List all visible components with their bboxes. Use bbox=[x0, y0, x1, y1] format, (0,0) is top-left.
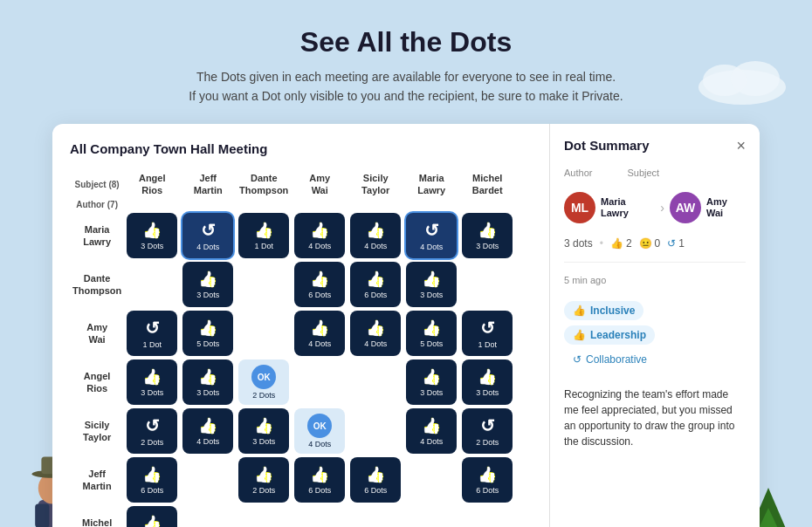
dot-button-0-4[interactable]: 👍4 Dots bbox=[350, 213, 401, 258]
author-label: Author (7) bbox=[70, 198, 124, 211]
tag-leadership[interactable]: 👍 Leadership bbox=[564, 325, 655, 345]
row-header-4: SicilyTaylor bbox=[70, 407, 124, 455]
dot-label-2-1: 5 Dots bbox=[196, 339, 219, 348]
col-maria-lawry: MariaLawry bbox=[403, 170, 459, 199]
dot-button-5-6[interactable]: 👍6 Dots bbox=[462, 457, 513, 503]
dot-button-2-5[interactable]: 👍5 Dots bbox=[406, 311, 457, 356]
dot-label-5-6: 6 Dots bbox=[476, 486, 499, 495]
dot-label-0-6: 3 Dots bbox=[476, 242, 499, 250]
author-subject-row: ML Maria Lawry › AW Amy Wai bbox=[564, 192, 746, 223]
dot-button-4-0[interactable]: ↺2 Dots bbox=[127, 408, 177, 454]
dot-button-3-0[interactable]: 👍3 Dots bbox=[127, 359, 177, 405]
row-header-5: JeffMartin bbox=[70, 455, 124, 504]
dot-button-0-1[interactable]: ↺4 Dots bbox=[182, 213, 233, 258]
dot-label-4-6: 2 Dots bbox=[476, 438, 499, 447]
dot-label-4-2: 3 Dots bbox=[252, 437, 275, 446]
dot-label-3-5: 3 Dots bbox=[420, 388, 443, 397]
cell-2-5: 👍5 Dots bbox=[403, 309, 459, 358]
thumbs-stat: 👍 2 bbox=[610, 237, 632, 250]
dot-button-0-0[interactable]: 👍3 Dots bbox=[127, 213, 177, 258]
dot-button-5-0[interactable]: 👍6 Dots bbox=[127, 457, 177, 503]
ok-button-3-2[interactable]: OK2 Dots bbox=[238, 359, 289, 405]
ok-button-4-3[interactable]: OK4 Dots bbox=[294, 408, 345, 454]
tag-collaborative[interactable]: ↺ Collaborative bbox=[564, 350, 656, 369]
author-avatar: ML bbox=[564, 192, 595, 223]
dot-button-0-2[interactable]: 👍1 Dot bbox=[238, 213, 289, 258]
dot-button-1-3[interactable]: 👍6 Dots bbox=[294, 262, 345, 307]
cell-5-0: 👍6 Dots bbox=[124, 455, 180, 504]
dots-stats: 3 dots • 👍 2 😐 0 ↺ 1 bbox=[564, 237, 746, 250]
close-button[interactable]: × bbox=[736, 138, 746, 154]
dot-button-1-5[interactable]: 👍3 Dots bbox=[406, 262, 457, 307]
cell-1-5: 👍3 Dots bbox=[403, 260, 459, 309]
swirl-stat: ↺ 1 bbox=[667, 237, 685, 250]
dot-button-5-2[interactable]: 👍2 Dots bbox=[238, 457, 289, 503]
grid-wrapper: Subject (8) AngelRios JeffMartin DanteTh… bbox=[70, 170, 532, 527]
cell-2-1: 👍5 Dots bbox=[180, 309, 236, 358]
dot-label-0-5: 4 Dots bbox=[420, 243, 443, 251]
dot-button-1-1[interactable]: 👍3 Dots bbox=[182, 262, 233, 307]
dot-button-4-1[interactable]: 👍4 Dots bbox=[182, 408, 233, 454]
col-jeff-martin: JeffMartin bbox=[180, 170, 236, 199]
dot-button-2-3[interactable]: 👍4 Dots bbox=[294, 311, 345, 356]
dot-label-2-5: 5 Dots bbox=[420, 339, 443, 348]
dot-label-3-6: 3 Dots bbox=[476, 388, 499, 397]
cell-0-3: 👍4 Dots bbox=[292, 211, 348, 260]
dot-label-5-4: 6 Dots bbox=[364, 486, 387, 495]
dot-button-2-0[interactable]: ↺1 Dot bbox=[127, 311, 177, 356]
cell-5-2: 👍2 Dots bbox=[236, 455, 292, 504]
dot-button-3-6[interactable]: 👍3 Dots bbox=[462, 359, 513, 405]
col-sicily-taylor: SicilyTaylor bbox=[348, 170, 403, 199]
cell-1-4: 👍6 Dots bbox=[348, 260, 403, 309]
divider bbox=[564, 262, 746, 263]
ok-circle-4-3: OK bbox=[307, 414, 332, 438]
dot-button-2-6[interactable]: ↺1 Dot bbox=[462, 311, 513, 356]
cell-6-3 bbox=[292, 504, 348, 527]
author-name: Maria Lawry bbox=[601, 196, 655, 219]
dot-label-4-5: 4 Dots bbox=[420, 437, 443, 446]
dot-button-0-5[interactable]: ↺4 Dots bbox=[406, 213, 457, 258]
dot-label-0-3: 4 Dots bbox=[308, 242, 331, 250]
dot-button-5-4[interactable]: 👍6 Dots bbox=[350, 457, 401, 503]
cell-4-3: OK4 Dots bbox=[292, 407, 348, 455]
dot-button-3-1[interactable]: 👍3 Dots bbox=[182, 359, 233, 405]
cell-0-0: 👍3 Dots bbox=[124, 211, 180, 260]
row-header-0: MariaLawry bbox=[70, 211, 124, 260]
cell-4-2: 👍3 Dots bbox=[236, 407, 292, 455]
meeting-panel: All Company Town Hall Meeting Subject (8… bbox=[52, 124, 550, 527]
dot-label-0-0: 3 Dots bbox=[141, 242, 163, 250]
row-header-1: DanteThompson bbox=[70, 260, 124, 309]
cell-4-5: 👍4 Dots bbox=[403, 407, 459, 455]
dot-button-0-3[interactable]: 👍4 Dots bbox=[294, 213, 345, 258]
dot-button-5-3[interactable]: 👍6 Dots bbox=[294, 457, 345, 503]
col-michel-bardet: MichelBardet bbox=[459, 170, 515, 199]
dot-button-1-4[interactable]: 👍6 Dots bbox=[350, 262, 401, 307]
cell-6-2 bbox=[236, 504, 292, 527]
dot-button-2-4[interactable]: 👍4 Dots bbox=[350, 311, 401, 356]
dot-label-1-1: 3 Dots bbox=[196, 291, 219, 299]
dot-button-2-1[interactable]: 👍5 Dots bbox=[182, 311, 233, 356]
dot-button-3-5[interactable]: 👍3 Dots bbox=[406, 359, 457, 405]
dot-button-4-6[interactable]: ↺2 Dots bbox=[462, 408, 513, 454]
cell-5-3: 👍6 Dots bbox=[292, 455, 348, 504]
cell-3-0: 👍3 Dots bbox=[124, 358, 180, 407]
summary-panel: Dot Summary × Author Subject ML Maria La… bbox=[550, 124, 760, 527]
dot-button-0-6[interactable]: 👍3 Dots bbox=[462, 213, 513, 258]
dot-button-4-2[interactable]: 👍3 Dots bbox=[238, 408, 289, 454]
svg-point-15 bbox=[731, 61, 780, 96]
dot-button-4-5[interactable]: 👍4 Dots bbox=[406, 408, 457, 454]
dot-label-5-2: 2 Dots bbox=[252, 486, 275, 495]
dot-label-4-0: 2 Dots bbox=[141, 438, 163, 447]
tag-inclusive[interactable]: 👍 Inclusive bbox=[564, 301, 643, 320]
dot-button-6-0[interactable]: 👍1 Dot bbox=[127, 506, 177, 527]
subject-info: AW Amy Wai bbox=[670, 192, 746, 223]
row-header-6: MichelBardet bbox=[70, 504, 124, 527]
cell-0-6: 👍3 Dots bbox=[459, 211, 515, 260]
dot-label-1-3: 6 Dots bbox=[308, 291, 331, 299]
author-info: ML Maria Lawry bbox=[564, 192, 655, 223]
dot-label-3-1: 3 Dots bbox=[196, 388, 219, 397]
summary-header: Dot Summary × bbox=[564, 138, 746, 154]
author-subject-labels: Author Subject bbox=[564, 168, 746, 178]
cell-5-4: 👍6 Dots bbox=[348, 455, 403, 504]
cell-1-0 bbox=[124, 260, 180, 309]
